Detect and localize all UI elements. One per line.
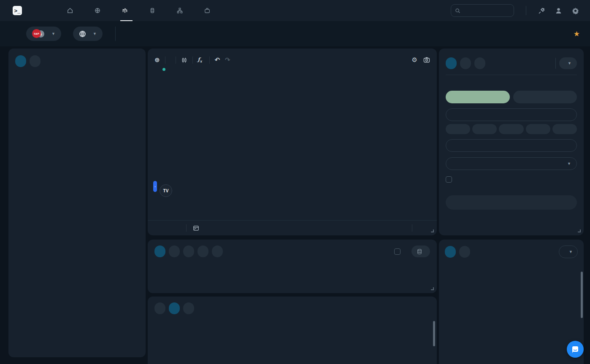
candle-style-icon[interactable] <box>181 57 187 63</box>
sell-button[interactable] <box>513 91 577 103</box>
tab-trades[interactable] <box>459 246 470 258</box>
streams-icon <box>149 8 155 13</box>
nav-item-home[interactable] <box>58 0 85 21</box>
orderbook-scrollbar[interactable] <box>581 272 583 318</box>
order-type-limit[interactable] <box>446 57 457 69</box>
trade-icon <box>122 8 128 13</box>
limit-price-input[interactable] <box>452 112 571 118</box>
undo-icon[interactable]: ↶ <box>215 56 220 64</box>
connections-icon[interactable] <box>538 7 545 14</box>
market-stats <box>131 33 188 35</box>
tab-fills[interactable] <box>198 245 208 257</box>
algos-icon <box>177 8 183 13</box>
chart-settings-icon[interactable]: ⚙ <box>412 56 417 64</box>
orderbook-header <box>439 265 584 267</box>
export-icon <box>417 249 422 254</box>
chart-toolbar: ⊕ ƒx ↶ ↷ ⚙ <box>154 54 430 66</box>
watchlist-panel <box>8 49 146 357</box>
buy-button[interactable] <box>446 91 510 103</box>
algo-type-twap[interactable]: ▼ <box>559 57 577 69</box>
redo-icon[interactable]: ↷ <box>225 56 230 64</box>
tab-balances[interactable] <box>154 245 165 257</box>
pane-collapse-handle[interactable]: › <box>153 181 157 192</box>
goto-date-icon[interactable] <box>193 225 199 231</box>
instrument-selector[interactable]: $S&P ▼ <box>26 27 61 41</box>
indicators-button[interactable]: ƒx <box>198 57 204 63</box>
export-button[interactable] <box>411 245 430 257</box>
home-icon <box>67 8 73 13</box>
post-only-checkbox[interactable] <box>446 176 577 183</box>
time-in-force-field[interactable]: ▼ <box>446 157 577 170</box>
settings-icon[interactable] <box>572 7 579 14</box>
tab-orders[interactable] <box>183 245 194 257</box>
nav-item-markets[interactable] <box>85 0 113 21</box>
top-navbar: >_ <box>0 0 590 21</box>
add-compare-icon[interactable]: ⊕ <box>154 56 160 64</box>
tab-algos[interactable] <box>212 245 223 257</box>
price-mid-button[interactable] <box>472 124 497 134</box>
chevron-down-icon: ▼ <box>93 32 97 36</box>
venue-globe-icon <box>79 30 86 38</box>
price-down-5pct-button[interactable] <box>552 124 577 134</box>
search-input[interactable] <box>463 8 509 13</box>
price-offer-button[interactable] <box>446 124 470 134</box>
review-button[interactable] <box>446 195 577 210</box>
volume-indicator-label <box>160 156 166 161</box>
chart-panel: ⊕ ƒx ↶ ↷ ⚙ TV <box>148 49 437 235</box>
candlestick-chart[interactable] <box>154 68 430 200</box>
precision-selector[interactable]: ▼ <box>559 245 578 258</box>
price-down-1pct-button[interactable] <box>526 124 550 134</box>
screenshot-camera-icon[interactable] <box>423 57 430 63</box>
chart-plot-area[interactable]: TV › <box>154 68 430 200</box>
all-balances-checkbox[interactable] <box>394 248 404 255</box>
tab-other-expirations[interactable] <box>183 302 194 314</box>
tab-product-info[interactable] <box>154 302 165 314</box>
nav-item-portfolio[interactable] <box>195 0 222 21</box>
global-search[interactable] <box>451 4 514 17</box>
amount-field[interactable] <box>446 139 577 152</box>
price-bid-button[interactable] <box>499 124 523 134</box>
portfolio-icon <box>204 8 210 13</box>
orderbook-panel: ▼ <box>439 240 584 364</box>
order-entry-panel: ▼ ▼ <box>439 49 584 235</box>
limit-price-field[interactable] <box>446 108 577 121</box>
resize-handle[interactable] <box>431 229 434 232</box>
chevron-down-icon: ▼ <box>567 162 571 166</box>
main-nav <box>58 0 222 21</box>
balances-panel <box>148 240 437 293</box>
nav-item-streams[interactable] <box>140 0 168 21</box>
resize-handle[interactable] <box>578 229 581 232</box>
instrument-badge-icon: $S&P <box>32 29 45 38</box>
chevron-down-icon: ▼ <box>568 61 571 65</box>
globe-icon <box>95 8 100 13</box>
nav-divider <box>526 6 526 15</box>
chat-icon <box>571 345 579 353</box>
products-panel <box>148 297 437 364</box>
order-type-grid[interactable] <box>474 57 485 69</box>
order-type-stop[interactable] <box>460 57 471 69</box>
tradingview-logo[interactable]: TV <box>160 184 172 197</box>
tab-favorites[interactable] <box>15 55 26 67</box>
favorite-star-icon[interactable]: ★ <box>574 30 580 38</box>
checkbox-icon <box>446 176 452 183</box>
header-divider <box>115 27 116 41</box>
fx-icon: ƒx <box>198 57 202 63</box>
architect-logo-icon[interactable]: >_ <box>13 6 22 15</box>
venue-selector[interactable]: ▼ <box>73 27 103 41</box>
search-icon <box>455 8 460 13</box>
account-icon[interactable] <box>555 7 562 14</box>
resize-handle[interactable] <box>431 287 434 290</box>
tab-related-products[interactable] <box>169 302 180 314</box>
products-scrollbar[interactable] <box>433 321 435 346</box>
chart-footer <box>148 220 437 235</box>
nav-item-trade[interactable] <box>113 0 140 21</box>
chevron-down-icon: ▼ <box>51 32 55 36</box>
support-chat-button[interactable] <box>567 341 584 358</box>
amount-input[interactable] <box>452 143 571 148</box>
checkbox-icon <box>394 248 401 255</box>
tab-orderbook[interactable] <box>445 246 456 258</box>
chevron-down-icon: ▼ <box>569 250 573 254</box>
tab-positions[interactable] <box>169 245 180 257</box>
nav-item-algos[interactable] <box>168 0 195 21</box>
tab-top-by-volume[interactable] <box>30 55 41 67</box>
